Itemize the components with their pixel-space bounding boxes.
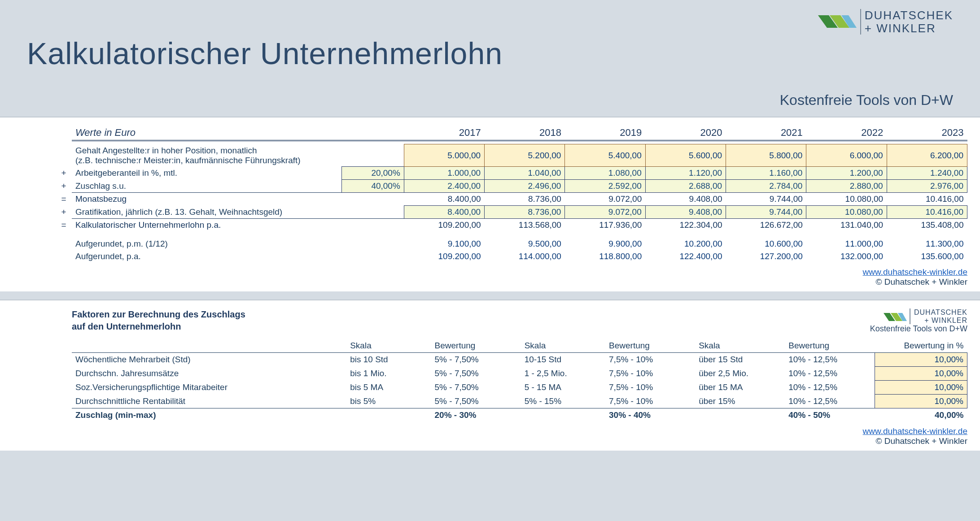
factor-row: Durchschnittliche Rentabilität bis 5%5% … [72, 395, 967, 408]
calc-cell: 9.072,00 [565, 206, 645, 219]
calc-cell: 9.900,00 [565, 238, 645, 250]
col-skala: Skala [346, 339, 431, 353]
factors-title: Faktoren zur Berechnung des Zuschlags au… [72, 308, 245, 333]
result-cell: 10.416,00 [887, 193, 967, 206]
table-header-row: Werte in Euro 2017 2018 2019 2020 2021 2… [72, 126, 967, 141]
gratifikation-label: Gratifikation, jährlich (z.B. 13. Gehalt… [75, 207, 282, 217]
result-cell: 126.672,00 [726, 219, 806, 232]
calc-cell: 11.000,00 [806, 238, 887, 250]
calc-cell: 2.784,00 [726, 180, 806, 193]
sum-value: 40,00% [875, 408, 967, 422]
gehalt-input[interactable]: 5.000,00 [404, 144, 484, 167]
copyright-text: © Duhatschek + Winkler [875, 436, 967, 446]
calc-cell: 9.500,00 [485, 238, 565, 250]
sum-label: Zuschlag (min-max) [72, 408, 346, 422]
calc-cell: 118.800,00 [565, 250, 645, 263]
calc-cell: 127.200,00 [726, 250, 806, 263]
calc-cell: 10.200,00 [645, 238, 726, 250]
unit-label: Werte in Euro [72, 126, 342, 141]
result-cell: 9.072,00 [565, 193, 645, 206]
calc-cell: 2.592,00 [565, 180, 645, 193]
calc-cell: 9.744,00 [726, 206, 806, 219]
result-cell: 117.936,00 [565, 219, 645, 232]
row-aufgerundet-pm: Aufgerundet, p.m. (1/12) 9.100,00 9.500,… [72, 238, 967, 250]
col-bewertung: Bewertung [605, 339, 695, 353]
logo-chevrons-icon [818, 10, 857, 34]
calc-cell: 1.160,00 [726, 167, 806, 180]
calc-cell: 8.400,00 [404, 206, 484, 219]
calc-cell: 109.200,00 [404, 250, 484, 263]
calc-cell: 2.496,00 [485, 180, 565, 193]
result-cell: 122.304,00 [645, 219, 726, 232]
calc-cell: 9.100,00 [404, 238, 484, 250]
op-plus: + [57, 181, 71, 191]
row-kalkulohn: =Kalkulatorischer Unternehmerlohn p.a. 1… [72, 219, 967, 232]
calc-panel: Werte in Euro 2017 2018 2019 2020 2021 2… [0, 117, 980, 291]
website-link[interactable]: www.duhatschek-winkler.de [863, 267, 967, 277]
factors-header-row: Skala Bewertung Skala Bewertung Skala Be… [72, 339, 967, 353]
factors-table: Skala Bewertung Skala Bewertung Skala Be… [72, 339, 967, 422]
gehalt-input[interactable]: 5.400,00 [565, 144, 645, 167]
calc-cell: 10.416,00 [887, 206, 967, 219]
year-col: 2017 [404, 126, 484, 141]
col-skala: Skala [521, 339, 605, 353]
row-gratifikation: +Gratifikation, jährlich (z.B. 13. Gehal… [72, 206, 967, 219]
factor-value-input[interactable]: 10,00% [875, 395, 967, 408]
aufgerundet-pa-label: Aufgerundet, p.a. [72, 250, 342, 263]
row-monatsbezug: =Monatsbezug 8.400,00 8.736,00 9.072,00 … [72, 193, 967, 206]
factor-label: Wöchentliche Mehrarbeit (Std) [72, 353, 346, 367]
brand-text: DUHATSCHEK + WINKLER [860, 9, 953, 35]
brand-logo: DUHATSCHEK + WINKLER [818, 9, 953, 35]
gehalt-input[interactable]: 5.800,00 [726, 144, 806, 167]
factor-value-input[interactable]: 10,00% [875, 353, 967, 367]
factor-sum-row: Zuschlag (min-max) 20% - 30% 30% - 40% 4… [72, 408, 967, 422]
result-cell: 131.040,00 [806, 219, 887, 232]
op-plus: + [57, 168, 71, 178]
calc-cell: 2.688,00 [645, 180, 726, 193]
row-arbeitgeber: +Arbeitgeberanteil in %, mtl. 20,00% 1.0… [72, 167, 967, 180]
factor-row: Wöchentliche Mehrarbeit (Std) bis 10 Std… [72, 353, 967, 367]
calc-cell: 1.240,00 [887, 167, 967, 180]
website-link[interactable]: www.duhatschek-winkler.de [863, 426, 967, 436]
year-col: 2019 [565, 126, 645, 141]
brand-line2: + WINKLER [865, 22, 953, 35]
calc-cell: 114.000,00 [485, 250, 565, 263]
factor-row: Soz.Versicherungspflichtige Mitarabeiter… [72, 381, 967, 395]
factor-value-input[interactable]: 10,00% [875, 367, 967, 381]
monatsbezug-label: Monatsbezug [75, 194, 127, 204]
year-col: 2021 [726, 126, 806, 141]
arbeitgeber-pct-input[interactable]: 20,00% [342, 167, 404, 180]
calc-cell: 2.880,00 [806, 180, 887, 193]
gehalt-input[interactable]: 5.600,00 [645, 144, 726, 167]
gehalt-input[interactable]: 5.200,00 [485, 144, 565, 167]
calc-cell: 2.400,00 [404, 180, 484, 193]
mini-brand: DUHATSCHEK+ WINKLER Kostenfreie Tools vo… [870, 308, 967, 334]
gehalt-input[interactable]: 6.000,00 [806, 144, 887, 167]
copyright-text: © Duhatschek + Winkler [875, 277, 967, 287]
row-zuschlag: +Zuschlag s.u. 40,00% 2.400,00 2.496,00 … [72, 180, 967, 193]
result-cell: 10.080,00 [806, 193, 887, 206]
col-bewertung: Bewertung [785, 339, 875, 353]
calc-cell: 11.300,00 [887, 238, 967, 250]
zuschlag-pct-input[interactable]: 40,00% [342, 180, 404, 193]
col-bewertung-pct: Bewertung in % [875, 339, 967, 353]
year-col: 2023 [887, 126, 967, 141]
op-equals: = [57, 220, 71, 230]
zuschlag-label: Zuschlag s.u. [75, 181, 126, 191]
year-col: 2020 [645, 126, 726, 141]
gehalt-sublabel: (z.B. technische:r Meister:in, kaufmänni… [75, 156, 301, 165]
result-cell: 9.744,00 [726, 193, 806, 206]
gehalt-input[interactable]: 6.200,00 [887, 144, 967, 167]
op-equals: = [57, 194, 71, 204]
factor-value-input[interactable]: 10,00% [875, 381, 967, 395]
result-cell: 135.408,00 [887, 219, 967, 232]
kalkulohn-label: Kalkulatorischer Unternehmerlohn p.a. [75, 220, 221, 230]
calc-cell: 1.080,00 [565, 167, 645, 180]
factor-row: Durchschn. Jahresumsätze bis 1 Mio.5% - … [72, 367, 967, 381]
calc-cell: 9.408,00 [645, 206, 726, 219]
calc-cell: 1.040,00 [485, 167, 565, 180]
calc-cell: 1.000,00 [404, 167, 484, 180]
result-cell: 9.408,00 [645, 193, 726, 206]
col-skala: Skala [695, 339, 785, 353]
factor-label: Durchschn. Jahresumsätze [72, 367, 346, 381]
